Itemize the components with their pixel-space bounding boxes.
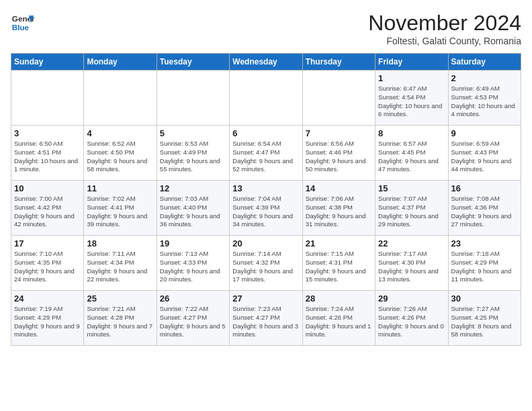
calendar-cell — [157, 71, 229, 126]
day-info: Sunrise: 6:50 AM Sunset: 4:51 PM Dayligh… — [14, 140, 81, 174]
calendar-cell — [302, 71, 375, 126]
calendar-cell: 7Sunrise: 6:56 AM Sunset: 4:46 PM Daylig… — [302, 126, 375, 181]
day-info: Sunrise: 7:10 AM Sunset: 4:35 PM Dayligh… — [14, 250, 81, 284]
day-info: Sunrise: 7:06 AM Sunset: 4:38 PM Dayligh… — [306, 195, 372, 229]
day-info: Sunrise: 6:54 AM Sunset: 4:47 PM Dayligh… — [232, 140, 299, 174]
day-info: Sunrise: 7:13 AM Sunset: 4:33 PM Dayligh… — [160, 250, 226, 284]
day-number: 9 — [451, 128, 518, 138]
logo-icon: General Blue — [11, 11, 35, 35]
day-info: Sunrise: 7:11 AM Sunset: 4:34 PM Dayligh… — [87, 250, 153, 284]
day-info: Sunrise: 6:49 AM Sunset: 4:53 PM Dayligh… — [451, 85, 518, 119]
day-info: Sunrise: 7:26 AM Sunset: 4:26 PM Dayligh… — [378, 305, 445, 339]
day-number: 7 — [306, 128, 372, 138]
month-title: November 2024 — [368, 11, 521, 36]
calendar-cell: 9Sunrise: 6:59 AM Sunset: 4:43 PM Daylig… — [448, 126, 521, 181]
calendar-cell — [11, 71, 84, 126]
calendar-cell: 28Sunrise: 7:24 AM Sunset: 4:26 PM Dayli… — [302, 291, 375, 346]
day-info: Sunrise: 7:04 AM Sunset: 4:39 PM Dayligh… — [232, 195, 299, 229]
day-info: Sunrise: 7:24 AM Sunset: 4:26 PM Dayligh… — [306, 305, 372, 339]
day-info: Sunrise: 6:59 AM Sunset: 4:43 PM Dayligh… — [451, 140, 518, 174]
calendar-cell: 5Sunrise: 6:53 AM Sunset: 4:49 PM Daylig… — [157, 126, 229, 181]
calendar-cell: 2Sunrise: 6:49 AM Sunset: 4:53 PM Daylig… — [448, 71, 521, 126]
day-number: 11 — [87, 183, 153, 193]
day-info: Sunrise: 6:57 AM Sunset: 4:45 PM Dayligh… — [378, 140, 445, 174]
header-thursday: Thursday — [302, 54, 375, 71]
calendar-cell: 19Sunrise: 7:13 AM Sunset: 4:33 PM Dayli… — [157, 236, 229, 291]
day-number: 12 — [160, 183, 226, 193]
day-number: 16 — [451, 183, 518, 193]
day-number: 18 — [87, 238, 153, 248]
day-number: 4 — [87, 128, 153, 138]
calendar-cell: 26Sunrise: 7:22 AM Sunset: 4:27 PM Dayli… — [157, 291, 229, 346]
day-number: 20 — [232, 238, 299, 248]
day-info: Sunrise: 7:22 AM Sunset: 4:27 PM Dayligh… — [160, 305, 226, 339]
header-wednesday: Wednesday — [230, 54, 302, 71]
day-header-row: SundayMondayTuesdayWednesdayThursdayFrid… — [11, 54, 521, 71]
calendar-table: SundayMondayTuesdayWednesdayThursdayFrid… — [11, 53, 521, 346]
calendar-cell: 15Sunrise: 7:07 AM Sunset: 4:37 PM Dayli… — [375, 181, 448, 236]
week-row-4: 24Sunrise: 7:19 AM Sunset: 4:29 PM Dayli… — [11, 291, 521, 346]
week-row-1: 3Sunrise: 6:50 AM Sunset: 4:51 PM Daylig… — [11, 126, 521, 181]
calendar-cell: 13Sunrise: 7:04 AM Sunset: 4:39 PM Dayli… — [230, 181, 302, 236]
day-number: 1 — [378, 73, 445, 83]
day-info: Sunrise: 7:08 AM Sunset: 4:36 PM Dayligh… — [451, 195, 518, 229]
week-row-0: 1Sunrise: 6:47 AM Sunset: 4:54 PM Daylig… — [11, 71, 521, 126]
calendar-cell: 4Sunrise: 6:52 AM Sunset: 4:50 PM Daylig… — [84, 126, 157, 181]
calendar-cell: 3Sunrise: 6:50 AM Sunset: 4:51 PM Daylig… — [11, 126, 84, 181]
day-info: Sunrise: 6:53 AM Sunset: 4:49 PM Dayligh… — [160, 140, 226, 174]
day-info: Sunrise: 7:18 AM Sunset: 4:29 PM Dayligh… — [451, 250, 518, 284]
title-area: November 2024 Foltesti, Galati County, R… — [368, 11, 521, 46]
calendar-cell: 29Sunrise: 7:26 AM Sunset: 4:26 PM Dayli… — [375, 291, 448, 346]
header: General Blue November 2024 Foltesti, Gal… — [11, 11, 521, 46]
calendar-cell: 22Sunrise: 7:17 AM Sunset: 4:30 PM Dayli… — [375, 236, 448, 291]
week-row-3: 17Sunrise: 7:10 AM Sunset: 4:35 PM Dayli… — [11, 236, 521, 291]
day-number: 5 — [160, 128, 226, 138]
calendar-cell: 6Sunrise: 6:54 AM Sunset: 4:47 PM Daylig… — [230, 126, 302, 181]
calendar-cell: 17Sunrise: 7:10 AM Sunset: 4:35 PM Dayli… — [11, 236, 84, 291]
day-info: Sunrise: 7:00 AM Sunset: 4:42 PM Dayligh… — [14, 195, 81, 229]
week-row-2: 10Sunrise: 7:00 AM Sunset: 4:42 PM Dayli… — [11, 181, 521, 236]
calendar-cell — [230, 71, 302, 126]
header-tuesday: Tuesday — [157, 54, 229, 71]
calendar-cell: 18Sunrise: 7:11 AM Sunset: 4:34 PM Dayli… — [84, 236, 157, 291]
day-number: 8 — [378, 128, 445, 138]
location-title: Foltesti, Galati County, Romania — [368, 36, 521, 46]
day-info: Sunrise: 7:02 AM Sunset: 4:41 PM Dayligh… — [87, 195, 153, 229]
day-info: Sunrise: 7:03 AM Sunset: 4:40 PM Dayligh… — [160, 195, 226, 229]
day-number: 14 — [306, 183, 372, 193]
day-info: Sunrise: 7:17 AM Sunset: 4:30 PM Dayligh… — [378, 250, 445, 284]
day-info: Sunrise: 6:52 AM Sunset: 4:50 PM Dayligh… — [87, 140, 153, 174]
day-number: 15 — [378, 183, 445, 193]
calendar-cell: 25Sunrise: 7:21 AM Sunset: 4:28 PM Dayli… — [84, 291, 157, 346]
calendar-cell — [84, 71, 157, 126]
day-number: 22 — [378, 238, 445, 248]
day-number: 23 — [451, 238, 518, 248]
day-number: 3 — [14, 128, 81, 138]
calendar-cell: 30Sunrise: 7:27 AM Sunset: 4:25 PM Dayli… — [448, 291, 521, 346]
header-sunday: Sunday — [11, 54, 84, 71]
day-info: Sunrise: 7:15 AM Sunset: 4:31 PM Dayligh… — [306, 250, 372, 284]
day-number: 29 — [378, 293, 445, 304]
day-number: 17 — [14, 238, 81, 248]
calendar-cell: 12Sunrise: 7:03 AM Sunset: 4:40 PM Dayli… — [157, 181, 229, 236]
day-number: 24 — [14, 293, 81, 304]
day-info: Sunrise: 7:27 AM Sunset: 4:25 PM Dayligh… — [451, 305, 518, 339]
calendar-cell: 20Sunrise: 7:14 AM Sunset: 4:32 PM Dayli… — [230, 236, 302, 291]
day-number: 2 — [451, 73, 518, 83]
day-number: 26 — [160, 293, 226, 304]
day-number: 21 — [306, 238, 372, 248]
day-number: 6 — [232, 128, 299, 138]
calendar-cell: 14Sunrise: 7:06 AM Sunset: 4:38 PM Dayli… — [302, 181, 375, 236]
calendar-cell: 23Sunrise: 7:18 AM Sunset: 4:29 PM Dayli… — [448, 236, 521, 291]
calendar-cell: 24Sunrise: 7:19 AM Sunset: 4:29 PM Dayli… — [11, 291, 84, 346]
day-number: 13 — [232, 183, 299, 193]
header-friday: Friday — [375, 54, 448, 71]
day-info: Sunrise: 7:07 AM Sunset: 4:37 PM Dayligh… — [378, 195, 445, 229]
day-number: 28 — [306, 293, 372, 304]
calendar-cell: 8Sunrise: 6:57 AM Sunset: 4:45 PM Daylig… — [375, 126, 448, 181]
day-info: Sunrise: 7:14 AM Sunset: 4:32 PM Dayligh… — [232, 250, 299, 284]
header-monday: Monday — [84, 54, 157, 71]
day-number: 10 — [14, 183, 81, 193]
day-info: Sunrise: 7:23 AM Sunset: 4:27 PM Dayligh… — [232, 305, 299, 339]
calendar-cell: 11Sunrise: 7:02 AM Sunset: 4:41 PM Dayli… — [84, 181, 157, 236]
